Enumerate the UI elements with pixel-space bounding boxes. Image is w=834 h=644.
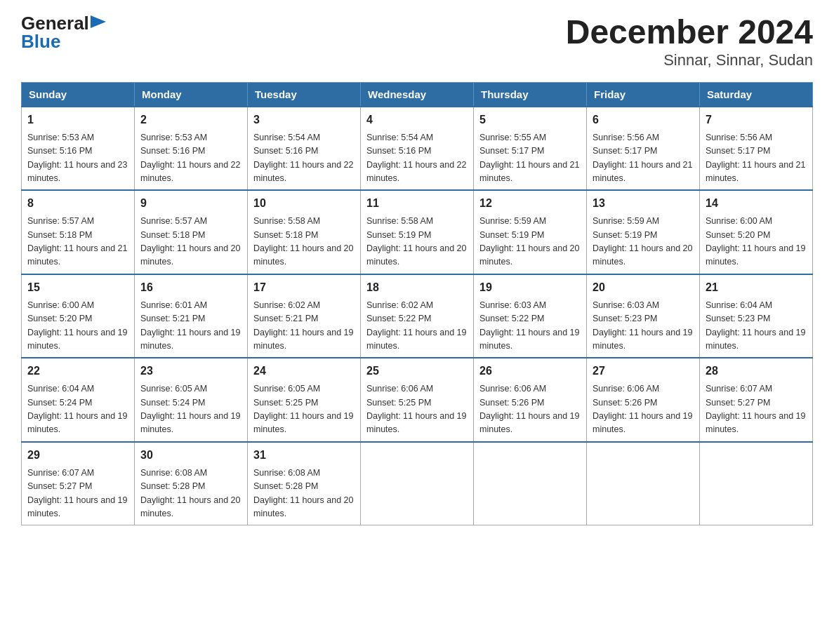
day-number: 26 xyxy=(479,363,581,380)
day-info: Sunrise: 6:00 AMSunset: 5:20 PMDaylight:… xyxy=(27,299,128,354)
day-number: 13 xyxy=(593,195,694,212)
calendar-cell: 3Sunrise: 5:54 AMSunset: 5:16 PMDaylight… xyxy=(248,107,361,191)
title-block: December 2024 Sinnar, Sinnar, Sudan xyxy=(566,14,813,69)
day-number: 10 xyxy=(253,195,355,212)
day-info: Sunrise: 5:53 AMSunset: 5:16 PMDaylight:… xyxy=(27,131,128,186)
day-info: Sunrise: 6:01 AMSunset: 5:21 PMDaylight:… xyxy=(140,299,241,354)
calendar-cell: 21Sunrise: 6:04 AMSunset: 5:23 PMDayligh… xyxy=(700,274,813,358)
day-info: Sunrise: 5:59 AMSunset: 5:19 PMDaylight:… xyxy=(479,215,581,269)
day-number: 1 xyxy=(27,112,128,128)
calendar-cell: 17Sunrise: 6:02 AMSunset: 5:21 PMDayligh… xyxy=(248,274,361,358)
calendar-cell: 25Sunrise: 6:06 AMSunset: 5:25 PMDayligh… xyxy=(361,358,474,442)
calendar-cell: 11Sunrise: 5:58 AMSunset: 5:19 PMDayligh… xyxy=(361,190,474,274)
day-number: 31 xyxy=(253,447,355,464)
logo-triangle-icon xyxy=(91,15,106,28)
calendar-cell: 4Sunrise: 5:54 AMSunset: 5:16 PMDaylight… xyxy=(361,107,474,191)
day-number: 15 xyxy=(27,279,128,296)
day-number: 20 xyxy=(593,279,694,296)
day-number: 12 xyxy=(479,195,581,212)
calendar-cell: 14Sunrise: 6:00 AMSunset: 5:20 PMDayligh… xyxy=(700,190,813,274)
calendar-cell: 30Sunrise: 6:08 AMSunset: 5:28 PMDayligh… xyxy=(135,442,248,525)
day-number: 3 xyxy=(253,112,355,128)
day-number: 19 xyxy=(479,279,581,296)
day-info: Sunrise: 6:02 AMSunset: 5:21 PMDaylight:… xyxy=(253,299,355,354)
day-info: Sunrise: 6:05 AMSunset: 5:25 PMDaylight:… xyxy=(253,382,355,437)
calendar-row-week-4: 22Sunrise: 6:04 AMSunset: 5:24 PMDayligh… xyxy=(22,358,813,442)
day-info: Sunrise: 6:06 AMSunset: 5:26 PMDaylight:… xyxy=(479,382,581,437)
day-header-friday: Friday xyxy=(587,82,700,107)
day-number: 18 xyxy=(366,279,468,296)
calendar-cell: 23Sunrise: 6:05 AMSunset: 5:24 PMDayligh… xyxy=(135,358,248,442)
page-header: General Blue December 2024 Sinnar, Sinna… xyxy=(21,14,813,69)
calendar-cell: 12Sunrise: 5:59 AMSunset: 5:19 PMDayligh… xyxy=(474,190,587,274)
svg-marker-0 xyxy=(91,15,106,28)
day-info: Sunrise: 6:07 AMSunset: 5:27 PMDaylight:… xyxy=(706,382,807,437)
day-info: Sunrise: 5:57 AMSunset: 5:18 PMDaylight:… xyxy=(140,215,241,269)
day-info: Sunrise: 6:08 AMSunset: 5:28 PMDaylight:… xyxy=(253,467,355,521)
calendar-table: SundayMondayTuesdayWednesdayThursdayFrid… xyxy=(21,82,813,526)
day-number: 25 xyxy=(366,363,468,380)
day-number: 28 xyxy=(706,363,807,380)
day-info: Sunrise: 5:56 AMSunset: 5:17 PMDaylight:… xyxy=(706,131,807,186)
day-number: 11 xyxy=(366,195,468,212)
day-number: 27 xyxy=(593,363,694,380)
day-number: 21 xyxy=(706,279,807,296)
day-headers-row: SundayMondayTuesdayWednesdayThursdayFrid… xyxy=(22,82,813,107)
calendar-cell: 22Sunrise: 6:04 AMSunset: 5:24 PMDayligh… xyxy=(22,358,135,442)
day-number: 29 xyxy=(27,447,128,464)
day-info: Sunrise: 5:56 AMSunset: 5:17 PMDaylight:… xyxy=(593,131,694,186)
logo-blue-text: Blue xyxy=(21,32,60,51)
calendar-cell: 27Sunrise: 6:06 AMSunset: 5:26 PMDayligh… xyxy=(587,358,700,442)
calendar-cell: 2Sunrise: 5:53 AMSunset: 5:16 PMDaylight… xyxy=(135,107,248,191)
day-number: 14 xyxy=(706,195,807,212)
calendar-cell xyxy=(700,442,813,525)
calendar-row-week-5: 29Sunrise: 6:07 AMSunset: 5:27 PMDayligh… xyxy=(22,442,813,525)
day-header-monday: Monday xyxy=(135,82,248,107)
logo-general-text: General xyxy=(21,14,89,32)
calendar-cell: 8Sunrise: 5:57 AMSunset: 5:18 PMDaylight… xyxy=(22,190,135,274)
day-number: 17 xyxy=(253,279,355,296)
page-title: December 2024 xyxy=(566,14,813,51)
calendar-body: 1Sunrise: 5:53 AMSunset: 5:16 PMDaylight… xyxy=(22,107,813,525)
page-subtitle: Sinnar, Sinnar, Sudan xyxy=(566,51,813,69)
day-info: Sunrise: 5:57 AMSunset: 5:18 PMDaylight:… xyxy=(27,215,128,269)
calendar-row-week-3: 15Sunrise: 6:00 AMSunset: 5:20 PMDayligh… xyxy=(22,274,813,358)
day-number: 16 xyxy=(140,279,241,296)
day-info: Sunrise: 5:54 AMSunset: 5:16 PMDaylight:… xyxy=(253,131,355,186)
calendar-cell: 7Sunrise: 5:56 AMSunset: 5:17 PMDaylight… xyxy=(700,107,813,191)
calendar-cell: 31Sunrise: 6:08 AMSunset: 5:28 PMDayligh… xyxy=(248,442,361,525)
calendar-cell: 10Sunrise: 5:58 AMSunset: 5:18 PMDayligh… xyxy=(248,190,361,274)
day-number: 6 xyxy=(593,112,694,128)
calendar-cell xyxy=(474,442,587,525)
calendar-cell: 16Sunrise: 6:01 AMSunset: 5:21 PMDayligh… xyxy=(135,274,248,358)
day-header-thursday: Thursday xyxy=(474,82,587,107)
calendar-header: SundayMondayTuesdayWednesdayThursdayFrid… xyxy=(22,82,813,107)
day-info: Sunrise: 5:58 AMSunset: 5:19 PMDaylight:… xyxy=(366,215,468,269)
day-info: Sunrise: 6:06 AMSunset: 5:26 PMDaylight:… xyxy=(593,382,694,437)
calendar-cell: 19Sunrise: 6:03 AMSunset: 5:22 PMDayligh… xyxy=(474,274,587,358)
day-info: Sunrise: 6:04 AMSunset: 5:24 PMDaylight:… xyxy=(27,382,128,437)
day-number: 9 xyxy=(140,195,241,212)
day-info: Sunrise: 6:05 AMSunset: 5:24 PMDaylight:… xyxy=(140,382,241,437)
day-info: Sunrise: 6:03 AMSunset: 5:23 PMDaylight:… xyxy=(593,299,694,354)
day-header-saturday: Saturday xyxy=(700,82,813,107)
day-info: Sunrise: 6:04 AMSunset: 5:23 PMDaylight:… xyxy=(706,299,807,354)
calendar-cell: 29Sunrise: 6:07 AMSunset: 5:27 PMDayligh… xyxy=(22,442,135,525)
day-header-sunday: Sunday xyxy=(22,82,135,107)
day-info: Sunrise: 6:08 AMSunset: 5:28 PMDaylight:… xyxy=(140,467,241,521)
calendar-cell xyxy=(361,442,474,525)
day-number: 23 xyxy=(140,363,241,380)
calendar-cell: 13Sunrise: 5:59 AMSunset: 5:19 PMDayligh… xyxy=(587,190,700,274)
calendar-cell: 15Sunrise: 6:00 AMSunset: 5:20 PMDayligh… xyxy=(22,274,135,358)
day-number: 7 xyxy=(706,112,807,128)
day-header-tuesday: Tuesday xyxy=(248,82,361,107)
day-info: Sunrise: 5:55 AMSunset: 5:17 PMDaylight:… xyxy=(479,131,581,186)
calendar-cell: 24Sunrise: 6:05 AMSunset: 5:25 PMDayligh… xyxy=(248,358,361,442)
calendar-cell: 1Sunrise: 5:53 AMSunset: 5:16 PMDaylight… xyxy=(22,107,135,191)
day-number: 5 xyxy=(479,112,581,128)
day-info: Sunrise: 6:06 AMSunset: 5:25 PMDaylight:… xyxy=(366,382,468,437)
calendar-row-week-2: 8Sunrise: 5:57 AMSunset: 5:18 PMDaylight… xyxy=(22,190,813,274)
day-number: 22 xyxy=(27,363,128,380)
calendar-cell: 5Sunrise: 5:55 AMSunset: 5:17 PMDaylight… xyxy=(474,107,587,191)
day-number: 8 xyxy=(27,195,128,212)
